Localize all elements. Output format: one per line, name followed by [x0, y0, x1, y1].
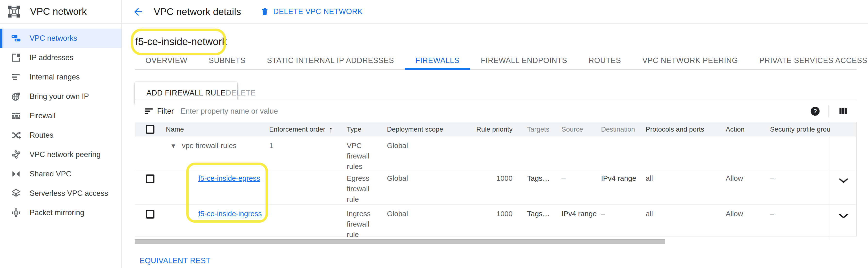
- vpc-networks-icon: [11, 33, 21, 44]
- type-cell: Ingress firewall rule: [347, 204, 387, 240]
- name-cell: f5-ce-inside-ingress: [166, 204, 269, 219]
- page-header: VPC network details DELETE VPC NETWORK: [122, 0, 868, 24]
- sidebar-item-routes[interactable]: Routes: [0, 126, 121, 145]
- protocols-cell: [645, 136, 724, 140]
- sidebar-item-bring-your-own-ip[interactable]: Bring your own IP: [0, 87, 121, 106]
- column-header-action[interactable]: Action: [724, 126, 767, 133]
- destination-cell: [601, 136, 645, 140]
- delete-vpc-network-button[interactable]: DELETE VPC NETWORK: [260, 6, 363, 17]
- security-profile-group-cell: –: [767, 169, 830, 183]
- deployment-scope-cell: Global: [387, 204, 457, 219]
- column-header-security-profile-group[interactable]: Security profile group: [767, 126, 830, 133]
- tab-overview[interactable]: OVERVIEW: [135, 52, 198, 69]
- sort-ascending-icon: ↑: [329, 125, 333, 134]
- sidebar-item-label: Shared VPC: [30, 170, 71, 178]
- column-display-icon[interactable]: [838, 106, 848, 116]
- sidebar-item-firewall[interactable]: Firewall: [0, 106, 121, 126]
- column-header-deployment-scope[interactable]: Deployment scope: [387, 126, 457, 133]
- shared-vpc-icon: [11, 169, 21, 179]
- name-cell: f5-ce-inside-egress: [166, 169, 269, 183]
- filter-input[interactable]: [181, 107, 593, 115]
- tab-subnets[interactable]: SUBNETS: [198, 52, 256, 69]
- sidebar-item-vpc-networks[interactable]: VPC networks: [0, 29, 121, 48]
- targets-cell: Tags…: [513, 204, 561, 219]
- sidebar-header: VPC network: [0, 0, 121, 24]
- chevron-down-icon[interactable]: [839, 176, 848, 204]
- sidebar-item-label: Bring your own IP: [30, 92, 89, 101]
- vertical-divider: [829, 105, 829, 117]
- tab-private-services-access[interactable]: PRIVATE SERVICES ACCESS: [749, 52, 868, 69]
- column-header-targets[interactable]: Targets: [513, 126, 561, 133]
- protocols-cell: all: [645, 204, 724, 219]
- routes-icon: [11, 130, 21, 140]
- sidebar-item-label: Internal ranges: [30, 73, 80, 81]
- tab-label: STATIC INTERNAL IP ADDRESSES: [267, 56, 394, 65]
- sidebar-item-serverless-vpc-access[interactable]: Serverless VPC access: [0, 184, 121, 203]
- svg-text:?: ?: [813, 108, 817, 114]
- table-row-f5-ce-inside-egress: f5-ce-inside-egress Egress firewall rule…: [135, 169, 857, 204]
- column-header-enforcement-order[interactable]: Enforcement order ↑: [269, 125, 347, 134]
- table-row-vpc-firewall-rules: ▼ vpc-firewall-rules 1 VPC firewall rule…: [135, 136, 857, 169]
- column-header-destination[interactable]: Destination: [601, 126, 645, 133]
- enforcement-order-cell: [269, 204, 347, 208]
- tab-static-internal-ip-addresses[interactable]: STATIC INTERNAL IP ADDRESSES: [256, 52, 405, 69]
- action-cell: [724, 136, 767, 140]
- enforcement-order-cell: [269, 169, 347, 173]
- tab-label: VPC NETWORK PEERING: [643, 56, 738, 65]
- column-header-protocols-and-ports[interactable]: Protocols and ports: [645, 126, 724, 133]
- active-tab-underline: [405, 68, 470, 70]
- checkbox-cell: [135, 169, 166, 183]
- firewall-rule-link[interactable]: f5-ce-inside-egress: [198, 174, 260, 182]
- sidebar-item-label: Firewall: [30, 111, 56, 120]
- deployment-scope-cell: Global: [387, 136, 457, 151]
- tab-vpc-network-peering[interactable]: VPC NETWORK PEERING: [632, 52, 749, 69]
- rule-priority-cell: 1000: [457, 169, 513, 183]
- row-checkbox[interactable]: [146, 174, 154, 183]
- tab-firewall-endpoints[interactable]: FIREWALL ENDPOINTS: [470, 52, 578, 69]
- security-profile-group-cell: [767, 136, 830, 140]
- sidebar-item-label: Serverless VPC access: [30, 189, 108, 198]
- serverless-vpc-access-icon: [11, 188, 21, 199]
- expand-cell: [830, 136, 857, 172]
- tab-firewalls[interactable]: FIREWALLS: [405, 52, 470, 69]
- column-header-rule-priority[interactable]: Rule priority: [457, 126, 513, 133]
- sidebar-item-internal-ranges[interactable]: Internal ranges: [0, 67, 121, 87]
- sidebar-item-packet-mirroring[interactable]: Packet mirroring: [0, 203, 121, 223]
- tab-label: FIREWALLS: [415, 56, 460, 65]
- sidebar: VPC network VPC networks: [0, 0, 122, 268]
- sidebar-item-shared-vpc[interactable]: Shared VPC: [0, 164, 121, 184]
- selected-indicator: [0, 29, 2, 48]
- vpc-network-details-page: VPC network VPC networks: [0, 0, 868, 268]
- column-header-source[interactable]: Source: [561, 126, 601, 133]
- sidebar-item-label: VPC networks: [30, 34, 77, 43]
- column-header-name[interactable]: Name: [166, 126, 269, 133]
- tab-label: ROUTES: [589, 56, 621, 65]
- type-cell: Egress firewall rule: [347, 169, 387, 204]
- tab-label: FIREWALL ENDPOINTS: [481, 56, 567, 65]
- help-icon[interactable]: ?: [810, 106, 820, 116]
- destination-cell: IPv4 range: [601, 169, 645, 183]
- collapse-triangle-icon[interactable]: ▼: [170, 141, 178, 151]
- firewall-rule-link[interactable]: f5-ce-inside-ingress: [198, 210, 262, 217]
- chevron-down-icon[interactable]: [839, 212, 848, 240]
- table-header-row: Name Enforcement order ↑ Type Deployment…: [135, 122, 857, 136]
- back-arrow-icon[interactable]: [132, 6, 144, 18]
- equivalent-rest-link[interactable]: EQUIVALENT REST: [140, 256, 211, 265]
- row-checkbox[interactable]: [146, 210, 154, 219]
- delete-vpc-network-label: DELETE VPC NETWORK: [273, 7, 363, 16]
- table-row-f5-ce-inside-ingress: f5-ce-inside-ingress Ingress firewall ru…: [135, 204, 857, 236]
- horizontal-scrollbar-thumb[interactable]: [135, 239, 665, 244]
- action-cell: Allow: [724, 204, 767, 219]
- filter-bar: Filter ?: [135, 100, 857, 122]
- tab-routes[interactable]: ROUTES: [578, 52, 632, 69]
- group-name: vpc-firewall-rules: [182, 141, 237, 149]
- security-profile-group-cell: –: [767, 204, 830, 219]
- sidebar-item-ip-addresses[interactable]: IP addresses: [0, 48, 121, 67]
- table-right-border: [856, 122, 857, 236]
- source-cell: [561, 136, 601, 140]
- sidebar-item-vpc-network-peering[interactable]: VPC network peering: [0, 145, 121, 164]
- column-header-type[interactable]: Type: [347, 126, 387, 133]
- header-expand-cell: [830, 122, 857, 136]
- action-cell: Allow: [724, 169, 767, 183]
- select-all-checkbox[interactable]: [146, 125, 154, 134]
